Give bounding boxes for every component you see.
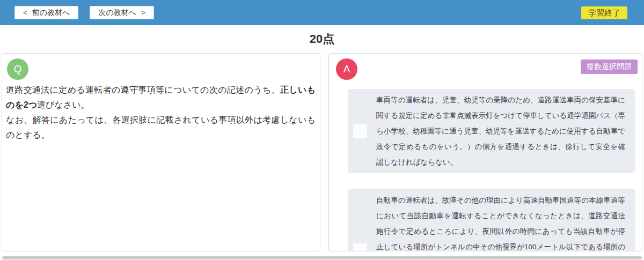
prev-material-button[interactable]: < 前の教材へ [14, 6, 78, 19]
chevron-left-icon: < [23, 9, 27, 17]
question-type-badge: 複数選択問題 [581, 60, 638, 74]
question-panel: Q 道路交通法に定める運転者の遵守事項等についての次の記述のうち、正しいものを2… [2, 53, 320, 251]
option-checkbox-2[interactable] [353, 243, 367, 251]
horizontal-scrollbar[interactable] [2, 256, 642, 259]
question-text-line2: なお、解答にあたっては、各選択肢に記載されている事項以外は考慮しないものとする。 [6, 115, 316, 139]
option-item-1[interactable]: 車両等の運転者は、児童、幼児等の乗降のため、道路運送車両の保安基準に関する規定に… [348, 89, 635, 173]
top-header-bar: < 前の教材へ 次の教材へ > 学習終了 [0, 0, 644, 25]
question-icon: Q [7, 58, 28, 80]
option-checkbox-1[interactable] [353, 124, 367, 138]
answer-panel: A 複数選択問題 車両等の運転者は、児童、幼児等の乗降のため、道路運送車両の保安… [328, 53, 642, 251]
question-text-part1: 道路交通法に定める運転者の遵守事項等についての次の記述のうち、 [6, 85, 280, 94]
option-text-1: 車両等の運転者は、児童、幼児等の乗降のため、道路運送車両の保安基準に関する規定に… [376, 92, 625, 170]
next-material-label: 次の教材へ [98, 8, 136, 18]
question-icon-letter: Q [14, 63, 22, 75]
chevron-right-icon: > [141, 9, 145, 17]
prev-material-label: 前の教材へ [32, 8, 70, 18]
answer-icon-letter: A [343, 63, 350, 75]
answer-icon: A [336, 58, 357, 80]
option-item-2[interactable]: 自動車の運転者は、故障その他の理由により高速自動車国道等の本線車道等において当該… [348, 189, 635, 251]
score-title: 20点 [0, 31, 644, 47]
options-list: 車両等の運転者は、児童、幼児等の乗降のため、道路運送車両の保安基準に関する規定に… [348, 89, 635, 251]
question-text-part2: 選びなさい。 [37, 100, 90, 109]
finish-learning-button[interactable]: 学習終了 [581, 6, 627, 19]
option-text-2: 自動車の運転者は、故障その他の理由により高速自動車国道等の本線車道等において当該… [376, 192, 625, 251]
question-text: 道路交通法に定める運転者の遵守事項等についての次の記述のうち、正しいものを2つ選… [6, 83, 316, 143]
next-material-button[interactable]: 次の教材へ > [90, 6, 153, 19]
